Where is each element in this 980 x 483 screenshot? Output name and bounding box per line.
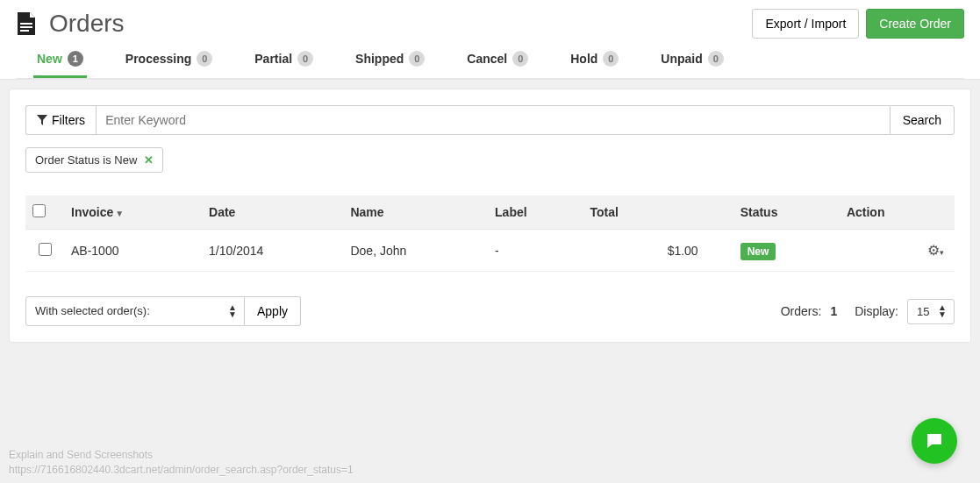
tab-new[interactable]: New 1 (33, 51, 87, 78)
tab-unpaid[interactable]: Unpaid 0 (657, 51, 726, 78)
pagination-info: Orders: 1 Display: 15 ▲▼ (781, 299, 955, 324)
filters-button-label: Filters (52, 113, 85, 127)
search-row: Filters Search (25, 105, 955, 135)
footer-watermark: Explain and Send Screenshots https://716… (9, 448, 354, 478)
page-header: Orders Export / Import Create Order New … (0, 0, 980, 80)
active-filters: Order Status is New ✕ (25, 147, 955, 173)
cell-action: ⚙▾ (840, 230, 955, 272)
select-all-header (25, 195, 64, 230)
col-total[interactable]: Total (583, 195, 733, 230)
col-action: Action (840, 195, 955, 230)
sort-desc-icon: ▼ (115, 209, 124, 218)
bulk-action-group: With selected order(s): ▲▼ Apply (25, 296, 301, 326)
table-row: AB-1000 1/10/2014 Doe, John - $1.00 New … (25, 230, 955, 272)
document-icon (16, 12, 37, 35)
display-select[interactable]: 15 ▲▼ (907, 299, 955, 324)
tab-hold[interactable]: Hold 0 (567, 51, 622, 78)
search-button[interactable]: Search (890, 105, 955, 135)
chat-icon (924, 430, 945, 451)
header-actions: Export / Import Create Order (752, 9, 964, 39)
tab-label: Processing (125, 52, 191, 66)
create-order-button[interactable]: Create Order (866, 9, 964, 39)
svg-rect-1 (20, 26, 32, 28)
filters-button[interactable]: Filters (25, 105, 96, 135)
footer-line2: https://716616802440.3dcart.net/admin/or… (9, 463, 354, 478)
table-header-row: Invoice▼ Date Name Label Total Status Ac… (25, 195, 955, 230)
tab-label: Unpaid (661, 52, 702, 66)
row-checkbox[interactable] (39, 243, 52, 256)
header-left: Orders (16, 10, 125, 38)
cell-name: Doe, John (343, 230, 488, 272)
col-name[interactable]: Name (343, 195, 488, 230)
tab-count: 0 (603, 51, 619, 67)
orders-count: 1 (830, 304, 837, 318)
tab-label: Shipped (355, 52, 404, 66)
tab-count: 1 (68, 51, 83, 67)
tab-count: 0 (297, 51, 313, 67)
orders-label: Orders: (781, 304, 822, 318)
col-date[interactable]: Date (202, 195, 343, 230)
display-label: Display: (855, 304, 898, 318)
tab-label: Partial (254, 52, 292, 66)
chevron-updown-icon: ▲▼ (938, 304, 947, 318)
header-top: Orders Export / Import Create Order (16, 9, 964, 51)
col-invoice[interactable]: Invoice▼ (64, 195, 202, 230)
col-status[interactable]: Status (733, 195, 840, 230)
svg-rect-0 (20, 23, 32, 25)
status-tabs: New 1 Processing 0 Partial 0 Shipped 0 C… (16, 51, 964, 79)
row-select-cell (25, 230, 64, 272)
status-badge: New (740, 243, 776, 260)
orders-table: Invoice▼ Date Name Label Total Status Ac… (25, 195, 955, 272)
footer-line1: Explain and Send Screenshots (9, 448, 354, 463)
col-label[interactable]: Label (488, 195, 583, 230)
close-icon[interactable]: ✕ (144, 153, 154, 167)
bulk-action-select[interactable]: With selected order(s): ▲▼ (25, 296, 245, 326)
search-input[interactable] (96, 105, 890, 135)
chevron-updown-icon: ▲▼ (228, 304, 237, 318)
bulk-select-label: With selected order(s): (35, 304, 150, 317)
tab-count: 0 (197, 51, 212, 67)
svg-rect-2 (20, 30, 29, 32)
filter-icon (37, 115, 47, 125)
select-all-checkbox[interactable] (32, 204, 46, 217)
cell-invoice: AB-1000 (64, 230, 202, 272)
cell-label: - (488, 230, 583, 272)
tab-label: New (37, 52, 62, 66)
tab-count: 0 (512, 51, 528, 67)
page-title: Orders (49, 10, 125, 38)
filter-tag-label: Order Status is New (35, 153, 137, 167)
cell-date: 1/10/2014 (202, 230, 343, 272)
tab-processing[interactable]: Processing 0 (122, 51, 216, 78)
display-value: 15 (917, 305, 929, 318)
chat-fab[interactable] (912, 418, 957, 464)
gear-icon[interactable]: ⚙▾ (927, 243, 944, 258)
table-footer: With selected order(s): ▲▼ Apply Orders:… (25, 296, 955, 326)
tab-count: 0 (409, 51, 425, 67)
filter-tag: Order Status is New ✕ (25, 147, 163, 173)
tab-cancel[interactable]: Cancel 0 (463, 51, 532, 78)
tab-shipped[interactable]: Shipped 0 (352, 51, 428, 78)
cell-total: $1.00 (583, 230, 733, 272)
tab-count: 0 (708, 51, 724, 67)
tab-label: Hold (570, 52, 597, 66)
apply-button[interactable]: Apply (245, 296, 301, 326)
tab-label: Cancel (467, 52, 507, 66)
cell-status: New (733, 230, 840, 272)
tab-partial[interactable]: Partial 0 (251, 51, 317, 78)
export-import-button[interactable]: Export / Import (752, 9, 859, 39)
content-panel: Filters Search Order Status is New ✕ Inv… (9, 89, 971, 343)
